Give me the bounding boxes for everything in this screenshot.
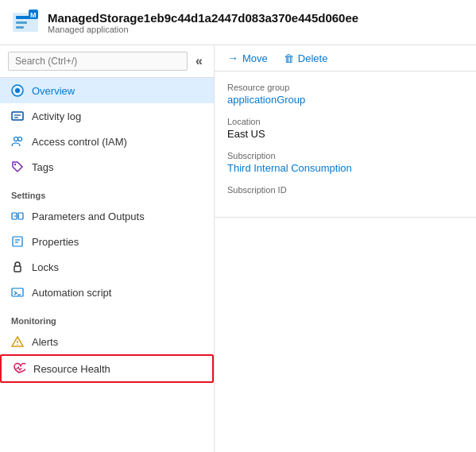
sidebar-item-locks[interactable]: Locks <box>0 254 214 280</box>
overview-icon <box>11 84 24 97</box>
subscription-value[interactable]: Third Internal Consumption <box>227 162 463 174</box>
section-label-settings: Settings <box>0 180 214 203</box>
subscription-row: Subscription Third Internal Consumption <box>227 151 463 174</box>
sidebar-item-label-alerts: Alerts <box>32 336 58 348</box>
svg-point-11 <box>14 137 18 141</box>
delete-label: Delete <box>298 52 328 64</box>
location-row: Location East US <box>227 117 463 140</box>
move-label: Move <box>242 52 268 64</box>
toolbar: → Move 🗑 Delete <box>215 45 476 71</box>
content-area: → Move 🗑 Delete Resource group applicati… <box>215 45 476 452</box>
header-text-block: ManagedStorage1eb9c44d1a2447d083a370e445… <box>48 11 358 34</box>
resource-group-row: Resource group applicationGroup <box>227 83 463 106</box>
access-control-icon <box>11 135 24 148</box>
sidebar-item-tags[interactable]: Tags <box>0 154 214 180</box>
svg-point-25 <box>17 344 18 346</box>
delete-button[interactable]: 🗑 Delete <box>284 52 328 64</box>
sidebar-item-label-automation: Automation script <box>32 287 111 299</box>
search-input[interactable] <box>8 52 188 71</box>
svg-rect-17 <box>13 237 22 246</box>
sidebar-item-label-parameters: Parameters and Outputs <box>32 211 145 222</box>
svg-point-7 <box>15 88 20 93</box>
subscription-id-row: Subscription ID <box>227 185 463 195</box>
main-layout: « Overview Activity log Access control (… <box>0 45 476 452</box>
sidebar-item-parameters-outputs[interactable]: Parameters and Outputs <box>0 203 214 229</box>
svg-rect-8 <box>12 112 23 120</box>
resource-group-label: Resource group <box>227 83 463 92</box>
move-icon: → <box>227 52 238 64</box>
section-label-monitoring: Monitoring <box>0 305 214 329</box>
svg-point-13 <box>14 164 16 165</box>
sidebar-item-label-locks: Locks <box>32 261 59 273</box>
subscription-id-label: Subscription ID <box>227 185 463 195</box>
svg-point-12 <box>18 137 22 141</box>
resource-group-value[interactable]: applicationGroup <box>227 94 463 106</box>
page-header: M ManagedStorage1eb9c44d1a2447d083a370e4… <box>0 0 476 45</box>
svg-rect-20 <box>14 266 21 272</box>
sidebar-item-label-access-control: Access control (IAM) <box>32 136 127 148</box>
sidebar-item-label-activity-log: Activity log <box>32 110 81 122</box>
locks-icon <box>11 261 24 273</box>
activity-log-icon <box>11 110 24 122</box>
svg-text:M: M <box>30 11 37 19</box>
subscription-label: Subscription <box>227 151 463 160</box>
sidebar-item-resource-health[interactable]: Resource Health <box>0 354 214 383</box>
collapse-button[interactable]: « <box>192 55 206 68</box>
svg-rect-3 <box>16 26 24 29</box>
sidebar-item-automation-script[interactable]: Automation script <box>0 280 214 305</box>
location-label: Location <box>227 117 463 126</box>
resource-health-icon <box>13 362 25 375</box>
sidebar-item-label-properties: Properties <box>32 236 79 248</box>
location-value: East US <box>227 128 463 140</box>
sidebar-item-access-control[interactable]: Access control (IAM) <box>0 129 214 154</box>
sidebar: « Overview Activity log Access control (… <box>0 45 215 452</box>
sidebar-item-activity-log[interactable]: Activity log <box>0 103 214 129</box>
sidebar-item-properties[interactable]: Properties <box>0 229 214 254</box>
move-button[interactable]: → Move <box>227 52 268 64</box>
properties-icon <box>11 235 24 248</box>
app-icon: M <box>11 8 40 37</box>
resource-subtitle: Managed application <box>48 25 358 34</box>
sidebar-item-label-resource-health: Resource Health <box>33 363 110 375</box>
automation-icon <box>11 286 24 299</box>
details-panel: Resource group applicationGroup Location… <box>215 71 476 218</box>
sidebar-item-label-overview: Overview <box>32 85 75 97</box>
sidebar-item-alerts[interactable]: Alerts <box>0 329 214 354</box>
resource-title: ManagedStorage1eb9c44d1a2447d083a370e445… <box>48 11 358 25</box>
sidebar-item-label-tags: Tags <box>32 161 53 173</box>
tags-icon <box>11 160 24 173</box>
parameters-icon <box>11 210 24 222</box>
svg-rect-2 <box>16 21 27 24</box>
sidebar-item-overview[interactable]: Overview <box>0 78 214 103</box>
alerts-icon <box>11 335 24 348</box>
search-bar: « <box>0 45 214 78</box>
delete-icon: 🗑 <box>284 52 294 64</box>
